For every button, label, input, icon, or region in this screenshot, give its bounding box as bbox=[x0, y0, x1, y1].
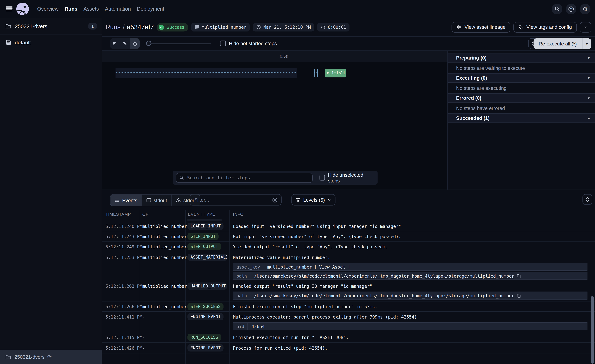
tab-events[interactable]: Events bbox=[110, 195, 141, 206]
zoom-slider[interactable] bbox=[146, 43, 211, 44]
event-info-text: Got input "versioned_number" of type "An… bbox=[233, 234, 595, 239]
nav-item-deployment[interactable]: Deployment bbox=[137, 6, 164, 12]
view-mode-gantt-flat[interactable] bbox=[110, 38, 120, 49]
levels-dropdown[interactable]: Levels (5) bbox=[291, 194, 335, 206]
event-row[interactable]: 5:12:11.415 PM-RUN_SUCCESSFinished execu… bbox=[102, 332, 595, 343]
breadcrumb-runs-link[interactable]: Runs bbox=[106, 23, 120, 31]
asset-grid-icon bbox=[194, 25, 199, 30]
breadcrumb-separator: / bbox=[123, 23, 125, 31]
copy-icon[interactable] bbox=[517, 273, 521, 278]
event-timestamp: 5:12:11.253 PM bbox=[102, 252, 140, 280]
expand-log-button[interactable] bbox=[582, 194, 592, 205]
vertical-scrollbar[interactable] bbox=[591, 296, 594, 364]
default-group-label: default bbox=[15, 39, 31, 45]
hamburger-menu-icon[interactable] bbox=[6, 7, 13, 11]
event-timestamp: 5:12:11.240 PM bbox=[102, 221, 140, 231]
event-info: Process for run exited (pid: 42654). bbox=[229, 343, 595, 353]
event-type-badge: ASSET_MATERIALI… bbox=[187, 254, 227, 261]
caret-right-icon: ▸ bbox=[588, 116, 590, 120]
event-op: - bbox=[140, 332, 185, 343]
caret-down-icon: ▾ bbox=[588, 76, 590, 80]
refresh-icon[interactable]: ⟳ bbox=[47, 354, 52, 360]
dagster-logo[interactable] bbox=[16, 3, 29, 15]
view-mode-gantt-waterfall[interactable] bbox=[120, 38, 130, 49]
path-link[interactable]: /Users/smackesey/stm/code/elementl/exper… bbox=[254, 273, 514, 279]
view-asset-link[interactable]: View Asset bbox=[319, 264, 345, 269]
log-filter-input-wrap[interactable] bbox=[190, 194, 282, 206]
tag-icon bbox=[518, 25, 524, 30]
code-location-label: 250321-dvers bbox=[15, 23, 47, 29]
hide-not-started-checkbox[interactable]: Hide not started steps bbox=[220, 41, 277, 46]
metadata-entry: path/Users/smackesey/stm/code/elementl/e… bbox=[233, 272, 587, 280]
event-row[interactable]: 5:12:11.411 PM-ENGINE_EVENTMultiprocess … bbox=[102, 312, 595, 332]
step-section-header[interactable]: Executing (0)▾ bbox=[448, 73, 595, 83]
checkbox-box[interactable] bbox=[319, 175, 325, 181]
event-type-badge: ENGINE_EVENT bbox=[187, 313, 224, 320]
nav-item-runs[interactable]: Runs bbox=[64, 6, 77, 12]
event-info: Handled output "result" using IO manager… bbox=[229, 281, 595, 301]
event-row[interactable]: 5:12:11.266 PMmultiplied_numberSTEP_SUCC… bbox=[102, 301, 595, 312]
step-search-input[interactable] bbox=[186, 175, 309, 181]
nav-item-overview[interactable]: Overview bbox=[37, 6, 59, 12]
check-circle-icon: ✓ bbox=[159, 25, 164, 30]
checkbox-box[interactable] bbox=[220, 41, 226, 46]
step-section-body: No steps are executing bbox=[448, 83, 595, 93]
event-info-text: Process for run exited (pid: 42654). bbox=[233, 345, 595, 351]
event-row[interactable]: 5:12:11.263 PMmultiplied_numberHANDLED_O… bbox=[102, 281, 595, 301]
event-row[interactable]: 5:12:11.240 PMmultiplied_numberLOADED_IN… bbox=[102, 221, 595, 231]
sidebar-footer[interactable]: 250321-dvers ⟳ bbox=[0, 350, 102, 364]
event-type-cell: LOADED_INPUT bbox=[185, 221, 229, 231]
event-op: - bbox=[140, 343, 185, 353]
search-button[interactable] bbox=[552, 4, 562, 14]
event-timestamp: 5:12:11.411 PM bbox=[102, 312, 140, 332]
sidebar-item-default[interactable]: default bbox=[0, 35, 102, 50]
folder-icon bbox=[5, 354, 11, 360]
metadata-key: pid bbox=[234, 323, 248, 330]
terminal-icon bbox=[146, 198, 151, 203]
view-mode-stopwatch[interactable] bbox=[130, 38, 140, 49]
dagster-run-page: OverviewRunsAssetsAutomationDeployment ?… bbox=[0, 0, 595, 364]
column-header: OP bbox=[140, 210, 185, 219]
svg-text:?: ? bbox=[570, 7, 572, 11]
hide-unselected-checkbox[interactable]: Hide unselected steps bbox=[319, 172, 375, 183]
step-section-header[interactable]: Succeeded (1)▸ bbox=[448, 113, 595, 123]
nav-item-automation[interactable]: Automation bbox=[105, 6, 131, 12]
event-row[interactable]: 5:12:11.426 PM-ENGINE_EVENTProcess for r… bbox=[102, 343, 595, 353]
run-header: Runs / a5347ef7 ✓ Success multiplied_num… bbox=[102, 18, 595, 37]
path-link[interactable]: /Users/smackesey/stm/code/elementl/exper… bbox=[254, 293, 514, 298]
event-info-text: Materialized value multiplied_number. bbox=[233, 255, 595, 260]
event-timestamp: 5:12:11.266 PM bbox=[102, 301, 140, 311]
clear-filter-icon[interactable] bbox=[272, 197, 278, 203]
step-section-header[interactable]: Preparing (0)▾ bbox=[448, 53, 595, 63]
reexecute-dropdown-caret[interactable]: ▾ bbox=[582, 38, 591, 49]
search-icon bbox=[554, 6, 560, 12]
view-asset-lineage-button[interactable]: View asset lineage bbox=[452, 22, 510, 33]
help-button[interactable]: ? bbox=[566, 4, 576, 14]
tab-stdout[interactable]: stdout bbox=[142, 195, 171, 206]
event-row[interactable]: 5:12:11.253 PMmultiplied_numberASSET_MAT… bbox=[102, 252, 595, 281]
event-info-text: Yielded output "result" of type "Any". (… bbox=[233, 244, 595, 250]
event-info-text: Loaded input "versioned_number" using in… bbox=[233, 224, 595, 229]
view-tags-config-button[interactable]: View tags and config bbox=[514, 22, 577, 33]
step-search-input-wrap[interactable] bbox=[176, 173, 313, 183]
copy-icon[interactable] bbox=[517, 293, 521, 298]
event-type-badge: HANDLED_OUTPUT bbox=[187, 282, 227, 290]
event-row[interactable]: 5:12:11.249 PMmultiplied_numberSTEP_OUTP… bbox=[102, 242, 595, 252]
event-timestamp: 5:12:11.263 PM bbox=[102, 281, 140, 301]
log-filter-input[interactable] bbox=[193, 197, 270, 203]
nav-item-assets[interactable]: Assets bbox=[84, 6, 99, 12]
run-actions: View asset lineage View tags and config bbox=[452, 22, 591, 33]
caret-down-icon: ▾ bbox=[588, 96, 590, 100]
sidebar-item-code-location[interactable]: 250321-dvers 1 bbox=[0, 18, 102, 35]
step-section-header[interactable]: Errored (0)▾ bbox=[448, 93, 595, 103]
reexecute-all-button[interactable]: Re-execute all (*) bbox=[533, 38, 582, 49]
gantt-step-bar[interactable]: multipli… bbox=[325, 69, 346, 77]
reexecute-split-button[interactable]: Re-execute all (*) ▾ bbox=[533, 38, 591, 49]
header-more-button[interactable] bbox=[580, 22, 591, 33]
settings-button[interactable]: ⚙ bbox=[580, 4, 590, 14]
gantt-waterfall-icon bbox=[122, 41, 128, 46]
metadata-entry: asset_keymultiplied_number [View Asset] bbox=[233, 263, 587, 271]
event-row[interactable]: 5:12:11.243 PMmultiplied_numberSTEP_INPU… bbox=[102, 231, 595, 242]
zoom-slider-knob[interactable] bbox=[146, 41, 151, 46]
run-tag: 0:00:01 bbox=[317, 23, 350, 31]
